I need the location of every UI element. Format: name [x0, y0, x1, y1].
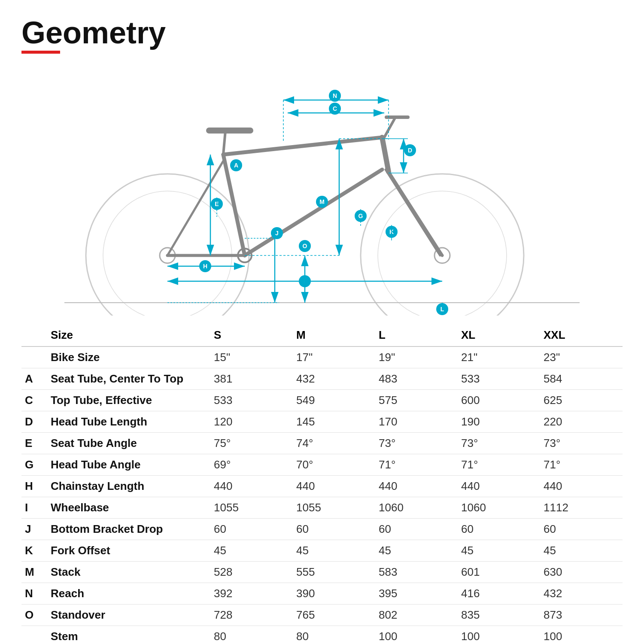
row-val-l: 73° [375, 433, 458, 454]
row-letter: J [21, 519, 47, 540]
row-val-m: 549 [293, 390, 375, 411]
row-val-s: 15" [210, 346, 293, 368]
row-val-l: 575 [375, 390, 458, 411]
row-val-m: 555 [293, 562, 375, 583]
table-row: GHead Tube Angle69°70°71°71°71° [21, 454, 623, 476]
table-row: HChainstay Length440440440440440 [21, 476, 623, 497]
row-val-s: 440 [210, 476, 293, 497]
svg-text:D: D [408, 147, 412, 154]
row-val-l: 440 [375, 476, 458, 497]
table-row: KFork Offset4545454545 [21, 540, 623, 562]
row-val-l: 19" [375, 346, 458, 368]
row-letter [21, 346, 47, 368]
row-val-m: 390 [293, 583, 375, 605]
row-val-s: 69° [210, 454, 293, 476]
svg-point-3 [361, 174, 524, 316]
col-header-name: Size [47, 324, 210, 346]
table-row: ESeat Tube Angle75°74°73°73°73° [21, 433, 623, 454]
svg-text:O: O [303, 243, 307, 249]
row-letter: N [21, 583, 47, 605]
row-val-xl: 600 [458, 390, 540, 411]
table-row: Bike Size15"17"19"21"23" [21, 346, 623, 368]
table-row: OStandover728765802835873 [21, 605, 623, 626]
bike-diagram: N C D A E M G K [21, 67, 623, 316]
row-name: Stack [47, 562, 210, 583]
row-val-l: 170 [375, 411, 458, 433]
row-val-l: 395 [375, 583, 458, 605]
row-val-xxl: 45 [540, 540, 623, 562]
row-val-xxl: 873 [540, 605, 623, 626]
row-val-s: 75° [210, 433, 293, 454]
table-row: ASeat Tube, Center To Top381432483533584 [21, 368, 623, 390]
row-letter: D [21, 411, 47, 433]
svg-text:J: J [275, 230, 279, 237]
row-val-xl: 60 [458, 519, 540, 540]
row-val-m: 145 [293, 411, 375, 433]
svg-line-17 [384, 118, 395, 137]
table-row: CTop Tube, Effective533549575600625 [21, 390, 623, 411]
row-val-s: 60 [210, 519, 293, 540]
page-title: Geometry [21, 17, 623, 48]
row-letter: I [21, 497, 47, 519]
row-val-xxl: 23" [540, 346, 623, 368]
row-val-s: 528 [210, 562, 293, 583]
svg-line-12 [382, 137, 389, 172]
svg-point-1 [103, 191, 232, 316]
row-val-xl: 100 [458, 626, 540, 644]
row-val-s: 1055 [210, 497, 293, 519]
svg-line-7 [223, 137, 382, 155]
row-name: Stem [47, 626, 210, 644]
svg-text:M: M [319, 198, 325, 205]
row-name: Fork Offset [47, 540, 210, 562]
row-val-xl: 440 [458, 476, 540, 497]
row-val-l: 100 [375, 626, 458, 644]
row-name: Seat Tube, Center To Top [47, 368, 210, 390]
row-val-m: 45 [293, 540, 375, 562]
row-name: Top Tube, Effective [47, 390, 210, 411]
row-val-xl: 1060 [458, 497, 540, 519]
table-row: IWheelbase10551055106010601112 [21, 497, 623, 519]
row-val-s: 728 [210, 605, 293, 626]
row-val-m: 1055 [293, 497, 375, 519]
row-val-xl: 21" [458, 346, 540, 368]
svg-line-13 [389, 172, 442, 255]
row-val-l: 583 [375, 562, 458, 583]
svg-line-14 [386, 170, 440, 255]
geometry-table: Size S M L XL XXL Bike Size15"17"19"21"2… [21, 324, 623, 644]
row-val-l: 60 [375, 519, 458, 540]
row-letter: C [21, 390, 47, 411]
row-val-m: 60 [293, 519, 375, 540]
row-val-l: 45 [375, 540, 458, 562]
svg-text:L: L [440, 306, 444, 313]
row-val-xxl: 71° [540, 454, 623, 476]
row-letter: G [21, 454, 47, 476]
row-val-xl: 73° [458, 433, 540, 454]
col-header-s: S [210, 324, 293, 346]
row-val-s: 381 [210, 368, 293, 390]
row-val-xl: 601 [458, 562, 540, 583]
svg-line-15 [223, 131, 225, 155]
row-val-l: 802 [375, 605, 458, 626]
row-val-xl: 190 [458, 411, 540, 433]
row-val-l: 71° [375, 454, 458, 476]
row-letter: K [21, 540, 47, 562]
row-name: Wheelbase [47, 497, 210, 519]
row-val-s: 533 [210, 390, 293, 411]
row-val-xxl: 625 [540, 390, 623, 411]
table-row: DHead Tube Length120145170190220 [21, 411, 623, 433]
row-val-xxl: 432 [540, 583, 623, 605]
col-header-m: M [293, 324, 375, 346]
row-val-xxl: 1112 [540, 497, 623, 519]
row-val-xxl: 60 [540, 519, 623, 540]
title-underline [21, 51, 60, 54]
row-name: Head Tube Length [47, 411, 210, 433]
row-val-xl: 416 [458, 583, 540, 605]
row-letter [21, 626, 47, 644]
row-val-m: 74° [293, 433, 375, 454]
row-name: Standover [47, 605, 210, 626]
row-val-s: 120 [210, 411, 293, 433]
row-val-s: 80 [210, 626, 293, 644]
row-val-xxl: 220 [540, 411, 623, 433]
svg-text:H: H [203, 263, 207, 270]
row-name: Bottom Bracket Drop [47, 519, 210, 540]
